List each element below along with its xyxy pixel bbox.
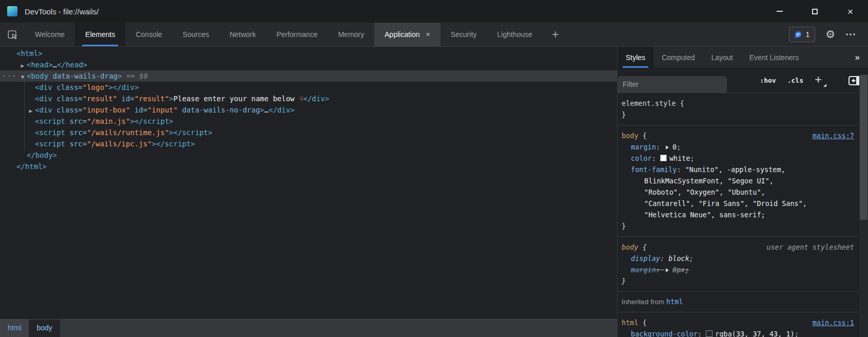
tab-label: Sources: [183, 30, 209, 39]
dom-tree-row[interactable]: ···▼<body data-wails-drag> == $0: [0, 70, 617, 82]
more-tools-button[interactable]: +: [543, 23, 568, 46]
node-menu-dots-icon[interactable]: ···: [2, 70, 16, 82]
code-token: >: [83, 61, 87, 69]
scrollbar-thumb[interactable]: [860, 75, 867, 220]
elements-panel: <html>▶<head>…</head>···▼<body data-wail…: [0, 47, 617, 337]
dom-tree-row[interactable]: ▶<head>…</head>: [0, 59, 617, 70]
code-token: src=: [65, 140, 87, 148]
css-rule-line[interactable]: }: [618, 220, 859, 232]
css-token: margin: [631, 266, 656, 274]
dom-tree-row[interactable]: <script src="/wails/runtime.js"></script…: [0, 127, 617, 138]
tab-performance[interactable]: Performance: [266, 23, 328, 46]
css-rule-line[interactable]: }: [618, 109, 859, 120]
code-token: >: [134, 83, 139, 91]
dom-tree-row[interactable]: </html>: [0, 161, 617, 172]
tab-label: Welcome: [35, 30, 65, 39]
css-rule-line[interactable]: "Cantarell", "Fira Sans", "Droid Sans",: [618, 198, 859, 209]
expand-arrow-icon[interactable]: ▼: [18, 71, 27, 83]
css-rule: body {margin: 0;color: white;font-family…: [618, 125, 859, 237]
code-token: script: [39, 140, 65, 148]
expand-value-icon[interactable]: [666, 268, 669, 272]
sidebar-tab-layout[interactable]: Layout: [703, 47, 741, 68]
pseudo-state-button[interactable]: :hov: [760, 77, 776, 84]
code-token: </: [303, 95, 312, 103]
css-rule-line[interactable]: }: [618, 275, 859, 287]
plus-icon: +: [552, 27, 559, 42]
css-token: }: [622, 277, 626, 285]
window-controls: ×: [762, 0, 868, 23]
css-rule-line[interactable]: background-color: rgba(33, 37, 43, 1);: [618, 328, 859, 337]
dom-tree-row[interactable]: <script src="/main.js"></script>: [0, 116, 617, 127]
inspect-element-button[interactable]: [0, 23, 25, 46]
expand-arrow-icon[interactable]: ▶: [27, 105, 35, 117]
dom-tree-row[interactable]: <html>: [0, 48, 617, 59]
color-swatch[interactable]: [660, 155, 667, 161]
code-token: div: [39, 95, 52, 103]
css-rule-line[interactable]: margin: 0;: [618, 141, 859, 153]
tab-application[interactable]: Application×: [374, 23, 440, 46]
main-content: <html>▶<head>…</head>···▼<body data-wail…: [0, 46, 868, 337]
code-token: Please enter your name below: [173, 95, 299, 103]
tab-close-icon[interactable]: ×: [426, 30, 430, 39]
tab-network[interactable]: Network: [219, 23, 266, 46]
code-token: >: [190, 140, 195, 148]
maximize-button[interactable]: [797, 0, 833, 23]
code-token: id=: [117, 95, 134, 103]
code-token: </: [16, 162, 25, 171]
styles-scrollbar[interactable]: [859, 74, 868, 337]
sidebar-tab-styles[interactable]: Styles: [618, 47, 653, 68]
css-rule-line[interactable]: margin: 8px;: [618, 264, 859, 275]
tab-label: Performance: [277, 30, 318, 39]
css-token: white: [669, 154, 690, 162]
css-rule-line[interactable]: color: white;: [618, 153, 859, 164]
css-rule-line[interactable]: BlinkMacSystemFont, "Segoe UI",: [618, 175, 859, 186]
breadcrumb-bar: htmlbody: [0, 319, 617, 337]
more-options-button[interactable]: [845, 33, 856, 36]
code-token: div: [277, 106, 290, 114]
tab-sources[interactable]: Sources: [172, 23, 219, 46]
breadcrumb-body[interactable]: body: [29, 320, 60, 337]
tab-security[interactable]: Security: [440, 23, 487, 46]
css-rule-line[interactable]: font-family: "Nunito", -apple-system,: [618, 164, 859, 175]
tab-elements[interactable]: Elements: [75, 23, 125, 46]
expand-arrow-icon[interactable]: ▶: [18, 60, 27, 71]
styles-filter-input[interactable]: [618, 76, 727, 92]
css-rule-line[interactable]: "Helvetica Neue", sans-serif;: [618, 209, 859, 220]
css-rule-line[interactable]: element.style {: [618, 98, 859, 109]
color-swatch[interactable]: [706, 330, 712, 337]
tab-lighthouse[interactable]: Lighthouse: [487, 23, 543, 46]
code-token: >: [260, 106, 264, 114]
issues-counter-button[interactable]: 1: [789, 27, 815, 42]
sidebar-tab-computed[interactable]: Computed: [653, 47, 703, 68]
dom-tree-row[interactable]: <div class="result" id="result">Please e…: [0, 93, 617, 104]
titlebar: DevTools - file://wails/ ×: [0, 0, 868, 23]
class-toggle-button[interactable]: .cls: [787, 77, 803, 84]
dom-tree-row[interactable]: </body>: [0, 149, 617, 161]
css-rule-line[interactable]: display: block;: [618, 253, 859, 264]
stylesheet-link[interactable]: main.css:1: [813, 317, 854, 328]
sidebar-tab-event-listeners[interactable]: Event Listeners: [741, 47, 807, 68]
settings-button[interactable]: ⚙: [825, 29, 835, 40]
code-token: class=: [52, 106, 83, 114]
expand-value-icon[interactable]: [666, 145, 669, 149]
dom-tree-row[interactable]: <script src="/wails/ipc.js"></script>: [0, 138, 617, 149]
css-rule-line[interactable]: "Roboto", "Oxygen", "Ubuntu",: [618, 186, 859, 198]
css-rule-line[interactable]: Inherited from html: [618, 296, 859, 308]
tab-memory[interactable]: Memory: [328, 23, 375, 46]
inherited-node-link[interactable]: html: [666, 297, 683, 306]
code-token: >: [325, 95, 329, 103]
tab-welcome[interactable]: Welcome: [25, 23, 75, 46]
stylesheet-link[interactable]: main.css:7: [813, 130, 854, 141]
tab-console[interactable]: Console: [125, 23, 172, 46]
close-button[interactable]: ×: [833, 0, 868, 23]
code-token: >: [169, 95, 173, 103]
css-token: rgba(33, 37, 43, 1): [715, 330, 794, 337]
sidebar-tab-strip: StylesComputedLayoutEvent Listeners»: [618, 47, 868, 68]
minimize-button[interactable]: [762, 0, 797, 23]
dom-tree-row[interactable]: ▶<div class="input-box" id="input" data-…: [0, 104, 617, 116]
more-sidebar-tabs-button[interactable]: »: [855, 47, 868, 68]
dom-tree-row[interactable]: <div class="logo"></div>: [0, 82, 617, 93]
css-rule: html {background-color: rgba(33, 37, 43,…: [618, 312, 859, 337]
new-style-rule-button[interactable]: +: [815, 72, 822, 87]
breadcrumb-html[interactable]: html: [0, 320, 29, 337]
